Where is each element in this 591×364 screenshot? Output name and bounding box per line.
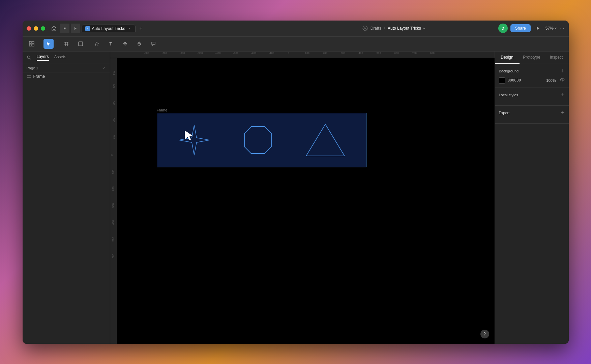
ruler-mark-400: 400 <box>359 52 363 55</box>
frame-tool-button[interactable] <box>61 39 71 49</box>
comment-tool-group <box>148 39 158 49</box>
prototype-tab[interactable]: Prototype <box>520 52 544 64</box>
svg-rect-3 <box>29 41 31 43</box>
canvas-area[interactable]: -800 -700 -600 -500 -400 -300 -200 -100 … <box>110 52 495 344</box>
figma-frame[interactable] <box>157 113 366 167</box>
shape-tool-group <box>76 39 88 49</box>
star-shape <box>176 122 213 159</box>
ruler-top: -800 -700 -600 -500 -400 -300 -200 -100 … <box>110 52 495 58</box>
more-options-button[interactable]: ··· <box>560 26 565 31</box>
panel-tabs: Layers Assets <box>23 52 110 64</box>
new-tab-button[interactable]: + <box>137 24 145 32</box>
tab-close-button[interactable]: × <box>127 26 132 31</box>
ruler-v-mark--300: -300 <box>112 101 115 106</box>
frame-tool-group <box>61 39 71 49</box>
octagon-shape-container[interactable] <box>238 120 278 160</box>
ruler-mark--500: -500 <box>198 52 203 55</box>
local-styles-add-button[interactable]: + <box>561 92 565 98</box>
ruler-left: -500 -400 -300 -200 -100 0 100 200 300 4… <box>110 58 117 344</box>
comment-tool-button[interactable] <box>148 39 158 49</box>
left-panel: Layers Assets Page 1 Frame <box>23 52 110 344</box>
toolbar: T <box>23 37 569 52</box>
background-color-swatch[interactable] <box>499 77 505 84</box>
ruler-v-mark--100: -100 <box>112 134 115 140</box>
layers-tab[interactable]: Layers <box>37 54 49 61</box>
ruler-mark--200: -200 <box>251 52 257 55</box>
page-selector[interactable]: Page 1 <box>23 64 110 72</box>
frame-layer-label: Frame <box>33 74 45 79</box>
inspect-tab[interactable]: Inspect <box>544 52 569 64</box>
background-add-button[interactable]: + <box>561 68 565 74</box>
home-icon[interactable] <box>49 24 59 33</box>
ruler-mark-300: 300 <box>341 52 345 55</box>
ruler-v-mark-0: 0 <box>110 154 113 156</box>
grid-tool-group <box>27 39 39 49</box>
ruler-mark-500: 500 <box>377 52 381 55</box>
select-tool-button[interactable] <box>43 39 54 49</box>
ruler-mark-700: 700 <box>412 52 417 55</box>
svg-marker-10 <box>244 127 271 154</box>
title-bar-right: D Share 57% ··· <box>498 24 565 33</box>
assets-tab[interactable]: Assets <box>54 55 66 61</box>
hand-tool-button[interactable] <box>134 39 144 49</box>
drafts-icon[interactable]: F <box>60 24 69 33</box>
ruler-v-mark-600: 600 <box>112 254 115 258</box>
breadcrumb-drafts[interactable]: Drafts <box>371 26 381 31</box>
svg-marker-11 <box>306 124 345 156</box>
maximize-button[interactable] <box>41 26 45 31</box>
ruler-mark-600: 600 <box>394 52 399 55</box>
svg-point-12 <box>562 79 563 80</box>
svg-marker-2 <box>537 27 539 30</box>
play-button[interactable] <box>533 24 543 33</box>
zoom-control[interactable]: 57% <box>545 26 557 31</box>
title-bar: F F F Auto Layout Tricks × + Drafts / Au… <box>23 21 569 37</box>
ruler-mark--600: -600 <box>180 52 185 55</box>
filename-dropdown[interactable]: Auto Layout Tricks <box>388 26 426 31</box>
background-color-row: 000000 100% <box>499 77 565 84</box>
right-panel: Design Prototype Inspect Background + 00… <box>495 52 569 344</box>
pen-tool-button[interactable] <box>92 39 102 49</box>
zoom-value: 57% <box>545 26 554 31</box>
app-window: F F F Auto Layout Tricks × + Drafts / Au… <box>23 21 569 344</box>
tab-file-icon: F <box>85 26 90 31</box>
text-tool-button[interactable]: T <box>106 39 116 49</box>
main-area: Layers Assets Page 1 Frame -800 <box>23 52 569 344</box>
grid-tool-button[interactable] <box>27 39 37 49</box>
ruler-mark--700: -700 <box>162 52 167 55</box>
component-tool-button[interactable] <box>120 39 130 49</box>
ruler-mark--300: -300 <box>233 52 239 55</box>
background-hex-value[interactable]: 000000 <box>508 78 521 82</box>
breadcrumb-filename: Auto Layout Tricks <box>388 26 421 31</box>
local-styles-section: Local styles + <box>495 88 569 106</box>
ruler-mark-800: 800 <box>430 52 435 55</box>
svg-rect-4 <box>32 41 34 43</box>
share-button[interactable]: Share <box>510 24 531 32</box>
text-tool-group: T <box>106 39 116 49</box>
visibility-toggle-icon[interactable] <box>560 77 565 83</box>
background-opacity-value[interactable]: 100% <box>546 78 556 82</box>
ruler-v-mark-400: 400 <box>112 220 115 224</box>
figma-icon[interactable]: F <box>71 24 80 33</box>
active-tab[interactable]: F Auto Layout Tricks × <box>82 25 136 32</box>
export-add-button[interactable]: + <box>561 110 565 116</box>
export-section-header: Export + <box>499 110 565 116</box>
background-section-title: Background <box>499 69 519 73</box>
search-icon[interactable] <box>27 55 31 60</box>
close-button[interactable] <box>27 26 31 31</box>
export-section-title: Export <box>499 111 510 115</box>
svg-rect-5 <box>29 44 31 46</box>
title-center: Drafts / Auto Layout Tricks <box>290 26 498 31</box>
tab-title: Auto Layout Tricks <box>92 26 125 31</box>
user-avatar[interactable]: D <box>498 24 508 33</box>
frame-layer-item[interactable]: Frame <box>23 72 110 80</box>
shape-tool-button[interactable] <box>76 39 86 49</box>
triangle-shape-container[interactable] <box>302 120 349 160</box>
star-shape-container[interactable] <box>174 120 214 160</box>
svg-line-9 <box>30 58 31 59</box>
right-tabs: Design Prototype Inspect <box>495 52 569 64</box>
help-button[interactable]: ? <box>480 330 489 338</box>
canvas-background[interactable]: Frame <box>117 58 495 344</box>
design-tab[interactable]: Design <box>495 52 520 64</box>
minimize-button[interactable] <box>34 26 38 31</box>
svg-rect-7 <box>79 42 83 46</box>
